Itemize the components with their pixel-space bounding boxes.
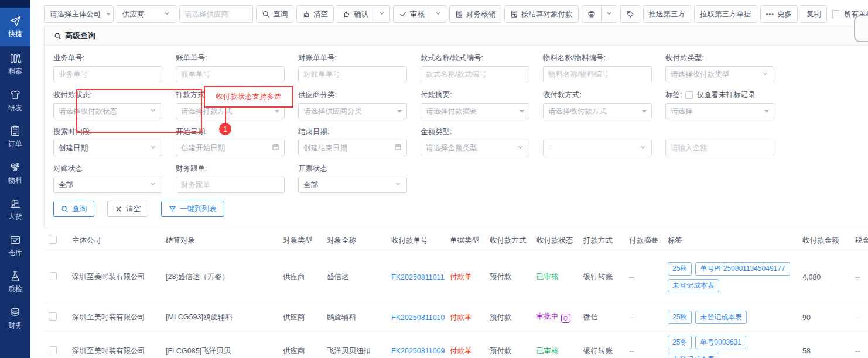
tag[interactable]: 单号PF2508011345049177 [695,262,790,276]
finance-coins-icon [9,306,22,319]
sidebar-item-label: 快捷 [8,29,22,39]
print-split-button [582,5,617,23]
ellipsis-icon: ••• [766,11,775,18]
audit-button[interactable]: 审核 [393,5,430,23]
sidebar-item-finance[interactable]: 财务 [0,300,30,336]
pull-third-party-button[interactable]: 拉取第三方单据 [694,5,757,23]
tag[interactable]: 未登记成本表 [695,311,747,324]
col-company: 主体公司 [67,232,161,250]
row-checkbox[interactable] [49,312,57,321]
recon-status-select[interactable]: 全部 [53,177,162,193]
copy-button[interactable]: 复制 [801,5,827,23]
tag[interactable]: 单号0003631 [695,336,746,349]
style-input[interactable] [421,66,529,82]
push-third-party-button[interactable]: 推送第三方 [643,5,692,23]
confirm-dropdown-button[interactable] [374,5,390,23]
filter-search-button[interactable]: 查询 [53,201,94,217]
sidebar-item-production[interactable]: 大货 [0,191,30,228]
print-dropdown-button[interactable] [602,5,617,23]
search-icon [54,32,61,40]
finance-follow-input[interactable] [176,177,285,193]
approval-flow-icon[interactable]: © [561,314,570,323]
amount-input[interactable] [665,140,774,156]
pay-method-select[interactable]: 请选择收付款方式 [543,103,652,119]
col-amount: 收付款金额 [798,232,850,250]
table-row: 深圳至美时装有限公司 [MLCG593]鸥旋辅料 供应商 鸥旋辅料 FK2025… [44,304,868,331]
pay-summary-select[interactable]: 请选择付款摘要 [421,103,529,119]
doc-no-link[interactable]: FK20250811011 [391,273,445,281]
sidebar-item-materials[interactable]: 物料 [0,155,30,191]
end-date-input[interactable]: 创建结束日期 [298,140,407,156]
chevron-down-icon [517,143,524,153]
row-checkbox[interactable] [49,346,57,354]
filter-row-3: 搜索时间段: 创建日期 开始日期: 创建开始日期 结束日期: 创建结束日期 [53,127,868,156]
to-list-button[interactable]: 一键到列表 [161,201,224,217]
pay-by-settle-object-button[interactable]: 按结算对象付款 [504,5,579,23]
tag[interactable]: 未登记成本表 [668,279,719,292]
more-button[interactable]: ••• 更多 [760,5,798,23]
material-input[interactable] [543,66,652,82]
sidebar-item-rnd[interactable]: 研发 [0,82,30,119]
production-icon [9,197,22,210]
tag-select[interactable]: 请选择 [665,103,774,119]
finance-writeoff-button[interactable]: 财务核销 [449,5,501,23]
doc-no-link[interactable]: FK20250811009 [391,347,445,355]
tag[interactable]: 25冬 [668,336,692,349]
company-select[interactable]: 请选择主体公司 [44,5,114,23]
sidebar-item-archive[interactable]: 档案 [0,46,30,82]
funnel-icon [169,205,176,213]
confirm-button[interactable]: 确认 [337,5,374,23]
sidebar-item-warehouse[interactable]: 仓库 [0,228,30,264]
select-all-checkbox[interactable] [49,236,57,244]
biz-no-input[interactable] [53,66,162,82]
sidebar-item-quick[interactable]: 快捷 [0,8,30,46]
start-date-input[interactable]: 创建开始日期 [176,140,285,156]
col-object-name: 对象全称 [322,232,387,250]
sidebar-top-strip [0,0,30,8]
sidebar-item-qc[interactable]: 质检 [0,264,30,300]
payment-doc-icon [510,10,518,18]
amount-type-select[interactable]: 请选择金额类型 [421,140,529,156]
all-docs-checkbox[interactable] [832,10,840,18]
party-type-select[interactable]: 供应商 [117,5,176,23]
recon-no-input[interactable] [298,66,407,82]
row-checkbox[interactable] [49,272,57,280]
audit-split-button: 审核 [393,5,446,23]
status-badge: 已审核 [536,347,559,355]
amount-operator-select[interactable]: = [543,140,652,156]
search-button[interactable]: 查询 [256,5,293,23]
tag-button[interactable] [620,5,640,23]
print-button[interactable] [582,5,602,23]
doc-no-link[interactable]: FK20250811010 [391,314,445,322]
doc-type-badge: 付款单 [450,347,472,355]
col-settle-object: 结算对象 [161,232,278,250]
chevron-down-icon [149,180,157,190]
pay-type-select[interactable]: 请选择收付款类型 [665,66,774,82]
sidebar-item-label: 档案 [8,67,22,77]
sidebar-item-orders[interactable]: 订单 [0,119,30,155]
tag[interactable]: 25秋 [668,262,692,276]
supplier-input[interactable] [179,5,253,23]
invoice-status-select[interactable]: 全部 [298,177,407,193]
tag-list: 25冬 单号0003631 未登记成本表 [668,336,793,358]
supplier-category-select[interactable]: 请选择供应商分类 [298,103,407,119]
clear-button[interactable]: 清空 [296,5,334,23]
filter-clear-button[interactable]: 清空 [107,201,148,217]
chevron-down-icon [761,70,769,79]
broom-icon [302,10,310,18]
advanced-search-header[interactable]: 高级查询 [45,26,868,46]
tshirt-icon [9,88,22,101]
audit-dropdown-button[interactable] [430,5,446,23]
untagged-only-checkbox[interactable] [685,91,693,99]
tag[interactable]: 未登记成本表 [668,353,719,358]
main-content: 请选择主体公司 供应商 查询 清空 确认 审核 [30,0,868,358]
tag[interactable]: 25秋 [668,311,692,324]
pay-status-select[interactable]: 请选择收付款状态 [53,103,162,119]
bill-no-input[interactable] [176,66,285,82]
floating-action-button[interactable] [854,15,868,42]
annotation-connector-line [225,108,226,124]
filter-row-1: 业务单号: 账单单号: 对账单单号: 款式名称/款式编号: 物料名称/物料编号:… [53,53,868,82]
chevron-down-icon [378,10,385,19]
col-doc-no: 收付款单号 [387,232,445,250]
time-range-select[interactable]: 创建日期 [53,140,162,156]
